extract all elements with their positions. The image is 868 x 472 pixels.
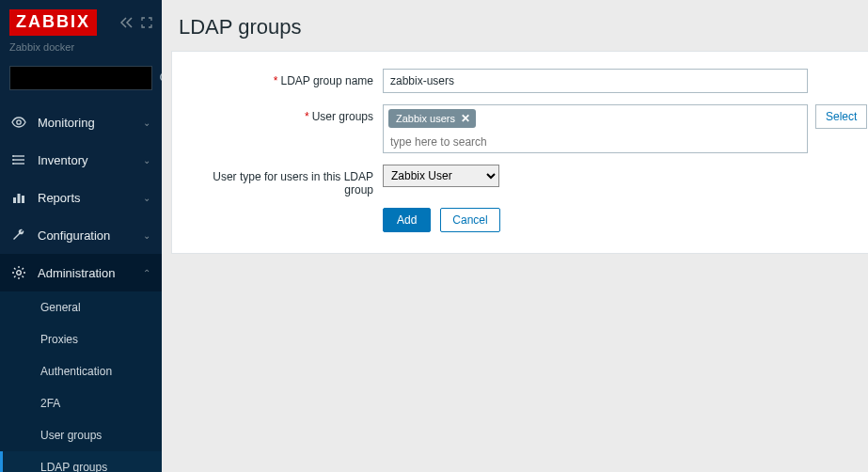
list-icon bbox=[11, 152, 26, 167]
nav: Monitoring ⌄ Inventory ⌄ Reports ⌄ Confi… bbox=[0, 103, 162, 472]
label-user-type: User type for users in this LDAP group bbox=[181, 165, 383, 197]
gear-icon bbox=[11, 265, 26, 280]
logo: ZABBIX bbox=[9, 9, 97, 36]
chevron-up-icon: ⌃ bbox=[143, 268, 150, 278]
label-ldap-group-name: *LDAP group name bbox=[181, 69, 383, 87]
nav-label: Inventory bbox=[38, 153, 87, 167]
subnav-label: General bbox=[40, 301, 81, 314]
tag-label: Zabbix users bbox=[396, 113, 455, 124]
svg-point-8 bbox=[12, 163, 14, 165]
sidebar-header: ZABBIX Zabbix docker bbox=[0, 0, 162, 58]
subnav-general[interactable]: General bbox=[0, 291, 162, 323]
form-panel: *LDAP group name *User groups Zabbix use… bbox=[171, 51, 868, 254]
page-title: LDAP groups bbox=[179, 15, 866, 39]
subnav-label: Proxies bbox=[40, 333, 78, 346]
fullscreen-icon[interactable] bbox=[141, 17, 152, 28]
svg-rect-11 bbox=[22, 196, 24, 203]
subnav-label: Authentication bbox=[40, 365, 112, 378]
subnav-user-groups[interactable]: User groups bbox=[0, 419, 162, 451]
svg-rect-9 bbox=[13, 197, 16, 203]
label-user-groups: *User groups bbox=[181, 104, 383, 123]
subnav-label: LDAP groups bbox=[40, 461, 107, 472]
nav-inventory[interactable]: Inventory ⌄ bbox=[0, 141, 162, 179]
label-text: User type for users in this LDAP group bbox=[213, 170, 373, 197]
cancel-button[interactable]: Cancel bbox=[440, 208, 499, 232]
select-user-groups-button[interactable]: Select bbox=[815, 104, 867, 129]
collapse-sidebar-icon[interactable] bbox=[120, 17, 134, 28]
wrench-icon bbox=[11, 228, 26, 243]
ldap-group-name-input[interactable] bbox=[383, 69, 808, 93]
label-text: LDAP group name bbox=[280, 74, 373, 87]
page-header: LDAP groups bbox=[162, 0, 868, 51]
main: LDAP groups *LDAP group name *User group… bbox=[162, 0, 868, 472]
user-groups-multiselect[interactable]: Zabbix users ✕ bbox=[383, 104, 808, 153]
subnav-label: User groups bbox=[40, 429, 102, 442]
subnav-authentication[interactable]: Authentication bbox=[0, 355, 162, 387]
subnav-2fa[interactable]: 2FA bbox=[0, 387, 162, 419]
search-input[interactable] bbox=[18, 71, 159, 85]
search-box[interactable] bbox=[9, 66, 152, 90]
nav-administration[interactable]: Administration ⌃ bbox=[0, 254, 162, 291]
svg-point-12 bbox=[17, 271, 22, 275]
user-groups-search-input[interactable] bbox=[388, 132, 802, 149]
remove-tag-icon[interactable]: ✕ bbox=[461, 112, 470, 125]
nav-configuration[interactable]: Configuration ⌄ bbox=[0, 216, 162, 254]
nav-label: Monitoring bbox=[38, 116, 95, 130]
nav-reports[interactable]: Reports ⌄ bbox=[0, 179, 162, 216]
svg-point-6 bbox=[12, 155, 14, 157]
chevron-down-icon: ⌄ bbox=[143, 155, 150, 165]
sidebar: ZABBIX Zabbix docker Monitoring bbox=[0, 0, 162, 472]
svg-point-7 bbox=[12, 159, 14, 161]
eye-icon bbox=[11, 115, 26, 130]
svg-rect-10 bbox=[18, 194, 21, 203]
subnav-proxies[interactable]: Proxies bbox=[0, 323, 162, 355]
chevron-down-icon: ⌄ bbox=[143, 118, 150, 128]
subnav-ldap-groups[interactable]: LDAP groups bbox=[0, 451, 162, 472]
svg-point-2 bbox=[17, 120, 21, 124]
nav-label: Reports bbox=[38, 191, 81, 205]
chart-icon bbox=[11, 190, 26, 205]
label-text: User groups bbox=[312, 110, 373, 123]
chevron-down-icon: ⌄ bbox=[143, 230, 150, 241]
user-group-tag: Zabbix users ✕ bbox=[388, 109, 476, 128]
nav-label: Administration bbox=[38, 266, 115, 280]
add-button[interactable]: Add bbox=[383, 208, 431, 232]
subnav-administration: General Proxies Authentication 2FA User … bbox=[0, 291, 162, 472]
user-type-select[interactable]: Zabbix User bbox=[383, 165, 499, 187]
subnav-label: 2FA bbox=[40, 397, 60, 410]
nav-monitoring[interactable]: Monitoring ⌄ bbox=[0, 103, 162, 141]
chevron-down-icon: ⌄ bbox=[143, 193, 150, 203]
brand-subtitle: Zabbix docker bbox=[9, 41, 152, 53]
nav-label: Configuration bbox=[38, 228, 110, 243]
